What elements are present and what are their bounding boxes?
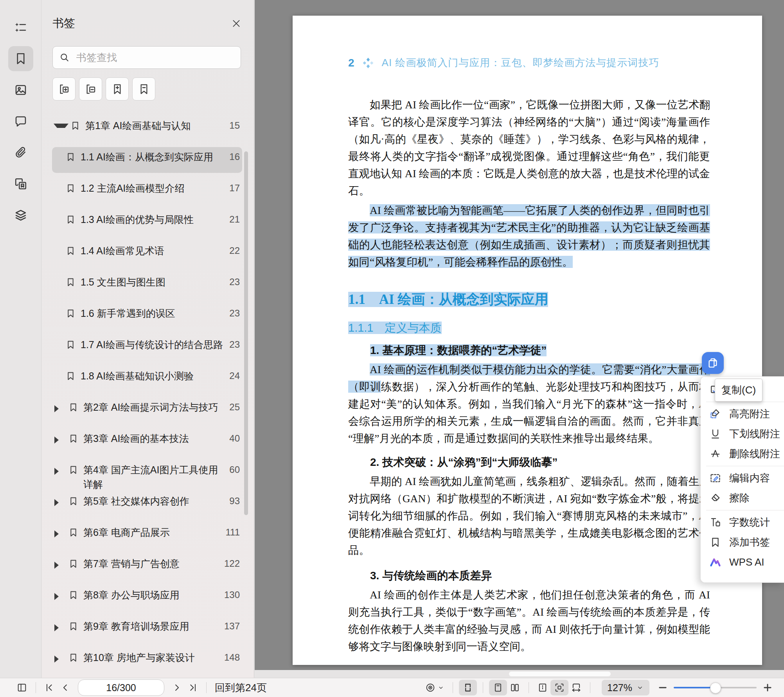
bookmark-item-ch2[interactable]: 第2章 AI绘画提示词方法与技巧 25 bbox=[52, 397, 242, 423]
bookmark-item-1-4[interactable]: 1.4 AI绘画常见术语 22 bbox=[52, 241, 242, 267]
comment-icon[interactable] bbox=[8, 109, 33, 134]
bookmark-icon bbox=[68, 465, 79, 475]
next-page-button[interactable] bbox=[169, 680, 185, 695]
left-rail bbox=[0, 0, 41, 678]
caret-right-icon[interactable] bbox=[54, 437, 67, 444]
remove-bookmark-button[interactable] bbox=[132, 77, 155, 101]
horizontal-scrollbar-thumb[interactable] bbox=[509, 672, 611, 676]
bookmark-item-1-7[interactable]: 1.7 AI绘画与传统设计的结合思路 23 bbox=[52, 335, 242, 361]
bookmark-item-ch10[interactable]: 第10章 房地产与家装设计 148 bbox=[52, 648, 242, 674]
word-count-icon bbox=[709, 516, 721, 528]
bookmark-item-ch3[interactable]: 第3章 AI绘画的基本技法 40 bbox=[52, 429, 242, 454]
context-menu-item-strikethrough[interactable]: 删除线附注 bbox=[701, 444, 784, 464]
caret-right-icon[interactable] bbox=[54, 656, 67, 663]
copy-button[interactable] bbox=[702, 352, 724, 374]
context-menu-item-add-bookmark[interactable]: 添加书签 bbox=[701, 532, 784, 552]
paragraph: 如果把 AI 绘画比作一位“画家”，它既像一位拼图大师，又像一位艺术翻译官。它的… bbox=[348, 96, 710, 199]
view-mode-button[interactable] bbox=[423, 680, 447, 695]
page-bookmark-icon[interactable] bbox=[8, 171, 33, 196]
bookmark-search-input[interactable] bbox=[76, 51, 234, 64]
caret-right-icon[interactable] bbox=[54, 624, 67, 631]
caret-right-icon[interactable] bbox=[54, 530, 67, 537]
caret-down-icon[interactable] bbox=[54, 124, 68, 128]
collapse-all-button[interactable] bbox=[79, 77, 102, 101]
copy-tooltip: 复制(C) bbox=[715, 379, 762, 402]
sidebar-toggle-icon[interactable] bbox=[14, 680, 30, 695]
bookmark-icon bbox=[65, 277, 76, 287]
context-menu-item-erase[interactable]: 擦除 bbox=[701, 488, 784, 508]
ai-assistant-icon[interactable] bbox=[8, 15, 33, 40]
paragraph: 早期的 AI 绘画犹如儿童简笔画，线条粗犷、逻辑杂乱。然而，随着生成对抗网络（G… bbox=[348, 473, 710, 559]
zoom-level-dropdown[interactable]: 127% bbox=[602, 680, 649, 695]
bookmark-icon bbox=[68, 496, 79, 507]
last-page-button[interactable] bbox=[185, 680, 200, 695]
bookmark-item-ch9[interactable]: 第9章 教育培训场景应用 137 bbox=[52, 616, 242, 642]
zoom-out-button[interactable] bbox=[655, 680, 671, 695]
bookmark-item-ch7[interactable]: 第7章 营销与广告创意 122 bbox=[52, 554, 242, 580]
toolbar-divider bbox=[453, 682, 453, 693]
two-page-view-button[interactable] bbox=[507, 680, 523, 695]
bookmark-item-1-3[interactable]: 1.3 AI绘画的优势与局限性 21 bbox=[52, 210, 242, 235]
zoom-in-button[interactable] bbox=[760, 680, 775, 695]
bookmark-icon bbox=[65, 152, 76, 162]
caret-right-icon[interactable] bbox=[54, 405, 67, 412]
fit-height-button[interactable] bbox=[535, 680, 550, 695]
single-page-view-button[interactable] bbox=[489, 680, 507, 695]
bookmark-item-ch1[interactable]: 第1章 AI绘画基础与认知 15 bbox=[52, 116, 242, 142]
back-to-page-link[interactable]: 回到第24页 bbox=[215, 681, 267, 695]
bookmark-item-1-5[interactable]: 1.5 文生图与图生图 23 bbox=[52, 272, 242, 298]
close-icon[interactable] bbox=[230, 17, 243, 30]
bookmark-item-ch4[interactable]: 第4章 国产主流AI图片工具使用详解 60 bbox=[52, 460, 242, 486]
header-page-number: 2 bbox=[348, 57, 354, 69]
book-logo-icon bbox=[361, 56, 375, 70]
zoom-slider[interactable] bbox=[674, 687, 757, 688]
bookmark-item-ch5[interactable]: 第5章 社交媒体内容创作 93 bbox=[52, 491, 242, 517]
bold-subhead: 1. 基本原理：数据喂养的“艺术学徒” bbox=[348, 343, 710, 358]
copy-icon bbox=[707, 357, 719, 369]
attachment-icon[interactable] bbox=[8, 140, 33, 165]
continuous-scroll-view-button[interactable] bbox=[459, 680, 477, 695]
page-number-input[interactable] bbox=[78, 679, 164, 696]
section-heading: 1.1 AI 绘画：从概念到实际应用 bbox=[348, 290, 710, 309]
bookmark-icon bbox=[65, 214, 76, 225]
bookmark-item-1-8[interactable]: 1.8 AI绘画基础知识小测验 24 bbox=[52, 366, 242, 392]
context-menu-item-underline[interactable]: 下划线附注 bbox=[701, 424, 784, 444]
bottom-toolbar: 回到第24页 127% bbox=[0, 678, 784, 697]
caret-right-icon[interactable] bbox=[54, 562, 67, 569]
bookmark-panel-icon[interactable] bbox=[8, 46, 33, 71]
bookmark-icon bbox=[68, 527, 79, 538]
caret-right-icon[interactable] bbox=[54, 499, 67, 506]
image-icon[interactable] bbox=[8, 77, 33, 102]
pdf-page: 2 AI 绘画极简入门与应用：豆包、即梦绘画方法与提示词技巧 如果把 AI 绘画… bbox=[293, 16, 762, 665]
toolbar-divider bbox=[206, 682, 207, 693]
caret-right-icon[interactable] bbox=[54, 593, 67, 600]
eraser-icon bbox=[709, 492, 721, 504]
panel-scrollbar[interactable] bbox=[244, 151, 248, 515]
previous-page-button[interactable] bbox=[58, 680, 73, 695]
horizontal-scrollbar[interactable] bbox=[255, 670, 784, 678]
bookmark-item-1-1-selected[interactable]: 1.1 AI绘画：从概念到实际应用 16 bbox=[52, 147, 242, 173]
context-menu-item-wps-ai[interactable]: WPS AI bbox=[701, 552, 784, 572]
fit-width-button[interactable] bbox=[568, 680, 584, 695]
zoom-slider-thumb[interactable] bbox=[710, 683, 721, 693]
zoom-slider-fill bbox=[674, 687, 715, 688]
first-page-button[interactable] bbox=[42, 680, 58, 695]
bookmark-item-1-6[interactable]: 1.6 新手常遇到的误区 23 bbox=[52, 304, 242, 329]
context-menu-item-highlight[interactable]: 高亮附注 bbox=[701, 404, 784, 424]
layers-icon[interactable] bbox=[8, 203, 33, 228]
panel-title: 书签 bbox=[52, 16, 75, 31]
context-menu-item-edit-content[interactable]: 编辑内容 bbox=[701, 468, 784, 488]
bookmark-search[interactable] bbox=[52, 46, 241, 69]
expand-all-button[interactable] bbox=[52, 77, 76, 101]
bookmark-item-ch8[interactable]: 第8章 办公与职场应用 130 bbox=[52, 585, 242, 611]
add-bookmark-button[interactable] bbox=[106, 77, 129, 101]
fit-page-button[interactable] bbox=[550, 680, 568, 695]
caret-right-icon[interactable] bbox=[54, 468, 67, 475]
bookmark-panel-header: 书签 bbox=[52, 16, 243, 31]
menu-divider bbox=[706, 466, 784, 466]
search-icon bbox=[59, 52, 70, 63]
bookmark-icon bbox=[68, 402, 79, 413]
bookmark-item-1-2[interactable]: 1.2 主流AI绘画模型介绍 17 bbox=[52, 178, 242, 204]
bookmark-item-ch6[interactable]: 第6章 电商产品展示 111 bbox=[52, 523, 242, 548]
context-menu-item-word-count[interactable]: 字数统计 bbox=[701, 512, 784, 532]
